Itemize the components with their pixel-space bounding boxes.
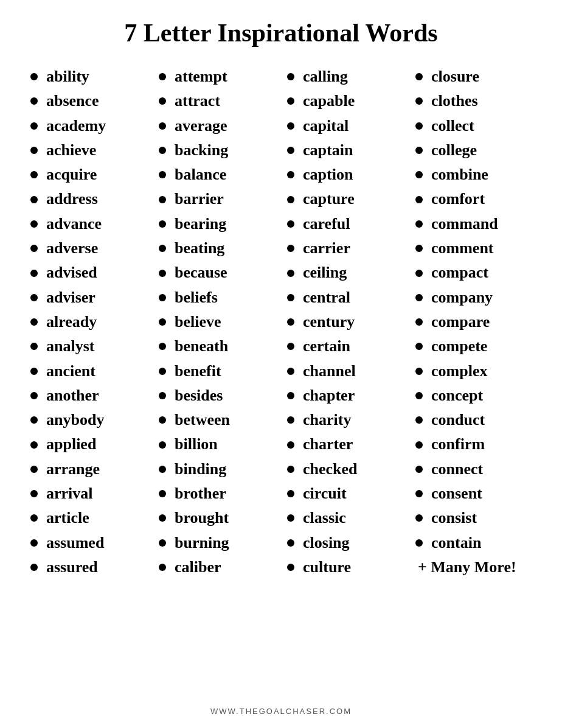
- bullet-icon: [30, 318, 38, 326]
- bullet-icon: [287, 171, 294, 178]
- bullet-icon: [159, 270, 166, 277]
- list-item: ancient: [30, 359, 147, 383]
- word-label: connect: [431, 457, 483, 481]
- word-label: ability: [46, 65, 89, 89]
- word-label: adverse: [46, 236, 98, 261]
- word-label: address: [46, 187, 98, 211]
- list-item: already: [30, 310, 147, 334]
- bullet-icon: [30, 392, 38, 399]
- list-item: century: [287, 310, 403, 334]
- word-label: channel: [303, 359, 356, 383]
- bullet-icon: [159, 147, 166, 154]
- list-item: because: [159, 261, 275, 285]
- list-item: compact: [415, 261, 532, 285]
- list-item: believe: [159, 310, 275, 334]
- list-item: clothes: [415, 89, 532, 113]
- word-label: confirm: [431, 432, 485, 457]
- bullet-icon: [30, 245, 38, 252]
- word-label: academy: [46, 114, 106, 138]
- bullet-icon: [159, 171, 166, 178]
- bullet-icon: [287, 122, 294, 130]
- word-label: already: [46, 310, 97, 334]
- bullet-icon: [287, 392, 294, 399]
- word-label: certain: [303, 334, 350, 359]
- more-label: + Many More!: [415, 555, 532, 579]
- word-label: checked: [303, 457, 358, 481]
- word-label: culture: [303, 555, 351, 579]
- bullet-icon: [159, 466, 166, 473]
- bullet-icon: [287, 343, 294, 350]
- list-item: complex: [415, 359, 532, 383]
- bullet-icon: [30, 171, 38, 178]
- list-item: conduct: [415, 408, 532, 432]
- list-item: arrange: [30, 457, 147, 481]
- bullet-icon: [415, 73, 423, 80]
- list-item: between: [159, 408, 275, 432]
- word-label: classic: [303, 506, 346, 530]
- bullet-icon: [415, 514, 423, 522]
- bullet-icon: [287, 416, 294, 424]
- bullet-icon: [287, 539, 294, 547]
- list-item: calling: [287, 65, 403, 89]
- bullet-icon: [287, 466, 294, 473]
- word-label: collect: [431, 114, 474, 138]
- list-item: caption: [287, 163, 403, 187]
- word-label: advised: [46, 261, 97, 285]
- list-item: article: [30, 506, 147, 530]
- word-label: average: [175, 114, 227, 138]
- word-label: advance: [46, 212, 102, 236]
- word-label: command: [431, 212, 498, 236]
- word-label: closure: [431, 65, 479, 89]
- list-item: billion: [159, 432, 275, 457]
- bullet-icon: [415, 270, 423, 277]
- word-label: carrier: [303, 236, 350, 261]
- word-label: clothes: [431, 89, 478, 113]
- word-label: beneath: [175, 334, 228, 359]
- list-item: comment: [415, 236, 532, 261]
- list-item: college: [415, 138, 532, 163]
- bullet-icon: [159, 73, 166, 80]
- word-label: chapter: [303, 383, 355, 408]
- bullet-icon: [159, 318, 166, 326]
- bullet-icon: [159, 122, 166, 130]
- bullet-icon: [159, 392, 166, 399]
- bullet-icon: [287, 245, 294, 252]
- word-label: arrange: [46, 457, 100, 481]
- list-item: charter: [287, 432, 403, 457]
- bullet-icon: [30, 196, 38, 203]
- word-label: balance: [175, 163, 226, 187]
- bullet-icon: [159, 368, 166, 375]
- word-label: binding: [175, 457, 226, 481]
- list-item: comfort: [415, 187, 532, 211]
- word-label: caption: [303, 163, 353, 187]
- word-label: applied: [46, 432, 96, 457]
- bullet-icon: [159, 490, 166, 497]
- list-item: ability: [30, 65, 147, 89]
- list-item: command: [415, 212, 532, 236]
- word-label: backing: [175, 138, 228, 163]
- word-label: compare: [431, 310, 490, 334]
- bullet-icon: [159, 564, 166, 571]
- word-label: closing: [303, 531, 350, 555]
- bullet-icon: [30, 514, 38, 522]
- bullet-icon: [159, 220, 166, 228]
- list-item: caliber: [159, 555, 275, 579]
- bullet-icon: [30, 220, 38, 228]
- list-item: carrier: [287, 236, 403, 261]
- word-label: capture: [303, 187, 355, 211]
- column-4: closureclothescollectcollegecombinecomfo…: [409, 65, 538, 695]
- page-title: 7 Letter Inspirational Words: [124, 18, 437, 47]
- list-item: brought: [159, 506, 275, 530]
- list-item: beating: [159, 236, 275, 261]
- bullet-icon: [287, 147, 294, 154]
- list-item: company: [415, 285, 532, 310]
- list-item: binding: [159, 457, 275, 481]
- bullet-icon: [415, 122, 423, 130]
- bullet-icon: [159, 97, 166, 105]
- list-item: capable: [287, 89, 403, 113]
- bullet-icon: [415, 220, 423, 228]
- word-label: billion: [175, 432, 218, 457]
- word-label: company: [431, 285, 493, 310]
- word-label: circuit: [303, 481, 347, 506]
- list-item: attempt: [159, 65, 275, 89]
